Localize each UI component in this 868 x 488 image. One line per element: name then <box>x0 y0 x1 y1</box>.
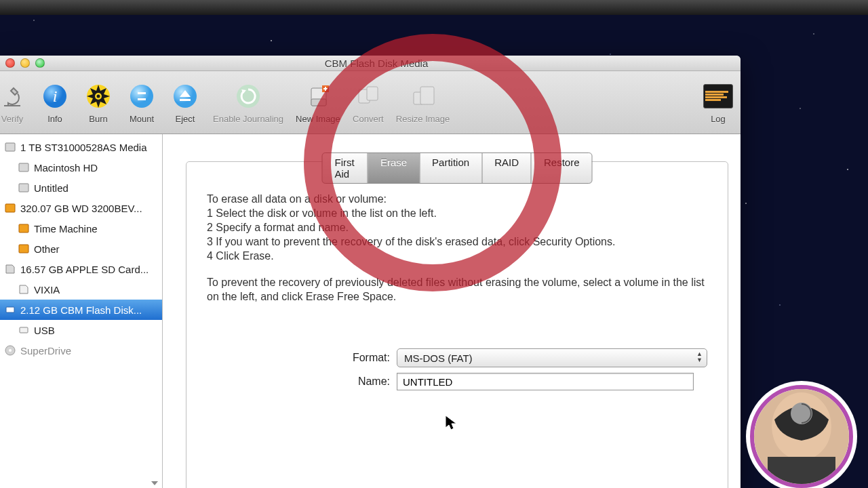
sidebar-item-label: 1 TB ST31000528AS Media <box>20 142 147 153</box>
toolbar-label: Info <box>47 114 62 124</box>
format-row: Format: MS-DOS (FAT) ▲▼ <box>207 348 707 367</box>
format-select[interactable]: MS-DOS (FAT) ▲▼ <box>397 348 707 367</box>
sidebar-item-label: Macintosh HD <box>34 162 98 174</box>
sidebar-volume[interactable]: Other <box>0 239 162 259</box>
window-title: CBM Flash Disk Media <box>45 58 708 69</box>
sidebar-volume[interactable]: VIXIA <box>0 279 162 300</box>
svg-rect-18 <box>5 143 15 151</box>
svg-rect-17 <box>420 87 434 104</box>
convert-icon <box>353 81 383 111</box>
svg-rect-23 <box>19 245 28 253</box>
titlebar[interactable]: CBM Flash Disk Media <box>0 56 741 71</box>
sidebar-item-label: VIXIA <box>34 284 60 296</box>
traffic-lights <box>5 58 45 68</box>
info-icon: i <box>40 81 70 111</box>
minimize-button[interactable] <box>20 58 30 68</box>
sidebar-disk[interactable]: 16.57 GB APPLE SD Card... <box>0 259 162 279</box>
resize-image-button[interactable]: Resize Image <box>396 81 450 124</box>
toolbar-label: New Image <box>296 114 340 124</box>
sidebar-item-label: Other <box>34 243 60 255</box>
toolbar-label: Burn <box>89 114 107 124</box>
sd-card-icon <box>18 283 30 296</box>
menubar <box>0 0 868 15</box>
toolbar-label: Enable Journaling <box>213 114 283 124</box>
convert-button[interactable]: Convert <box>353 81 384 124</box>
sidebar-volume[interactable]: USB <box>0 320 162 340</box>
sidebar-volume[interactable]: Time Machine <box>0 218 162 239</box>
svg-rect-24 <box>6 307 14 312</box>
svg-rect-7 <box>138 98 146 100</box>
sidebar-disk-selected[interactable]: 2.12 GB CBM Flash Disk... <box>0 300 162 320</box>
toolbar: Verify i Info Burn Mount Eject <box>0 71 741 134</box>
instructions-step: 4 Click Erase. <box>207 250 274 262</box>
mount-icon <box>127 81 157 111</box>
instructions-prevent: To prevent the recovery of previously de… <box>207 275 707 304</box>
svg-point-5 <box>130 85 153 108</box>
tab-partition[interactable]: Partition <box>420 153 482 183</box>
hdd-icon <box>4 141 16 153</box>
external-hdd-icon <box>4 202 16 214</box>
toolbar-label: Verify <box>1 114 24 124</box>
new-image-button[interactable]: New Image <box>296 81 340 124</box>
disk-utility-window: CBM Flash Disk Media Verify i Info Burn … <box>0 56 741 488</box>
tab-raid[interactable]: RAID <box>482 153 532 183</box>
resize-icon <box>408 81 438 111</box>
hdd-icon <box>18 161 30 174</box>
sidebar-disk[interactable]: 1 TB ST31000528AS Media <box>0 137 162 157</box>
eject-button[interactable]: Eject <box>170 81 201 124</box>
sidebar-volume[interactable]: Macintosh HD <box>0 157 162 178</box>
log-icon <box>703 81 733 111</box>
sidebar-disk[interactable]: 320.07 GB WD 3200BEV... <box>0 198 162 218</box>
usb-drive-icon <box>4 304 16 316</box>
sidebar-item-label: 320.07 GB WD 3200BEV... <box>20 203 142 214</box>
format-value: MS-DOS (FAT) <box>404 352 473 364</box>
toolbar-label: Convert <box>353 114 384 124</box>
close-button[interactable] <box>5 58 15 68</box>
svg-rect-9 <box>180 99 191 101</box>
name-input[interactable] <box>397 373 694 390</box>
instructions-step: 1 Select the disk or volume in the list … <box>207 207 437 219</box>
sidebar-item-label: 16.57 GB APPLE SD Card... <box>20 264 149 275</box>
svg-point-27 <box>9 349 12 352</box>
journaling-icon <box>233 81 263 111</box>
svg-rect-30 <box>768 457 835 484</box>
name-row: Name: <box>207 373 707 390</box>
external-hdd-icon <box>18 243 30 255</box>
select-arrows-icon: ▲▼ <box>696 351 703 363</box>
name-label: Name: <box>207 375 397 388</box>
erase-panel: First Aid Erase Partition RAID Restore T… <box>186 161 728 488</box>
svg-rect-25 <box>20 327 28 333</box>
sidebar-item-label: Untitled <box>34 182 68 194</box>
usb-drive-icon <box>18 324 30 336</box>
new-image-icon <box>303 81 333 111</box>
zoom-button[interactable] <box>35 58 45 68</box>
format-label: Format: <box>207 352 397 364</box>
sd-card-icon <box>4 263 16 275</box>
tab-erase[interactable]: Erase <box>368 153 420 183</box>
external-hdd-icon <box>18 222 30 235</box>
sidebar-item-label: USB <box>34 325 55 336</box>
svg-rect-12 <box>311 99 326 106</box>
enable-journaling-button[interactable]: Enable Journaling <box>213 81 283 124</box>
svg-rect-6 <box>138 92 146 94</box>
burn-button[interactable]: Burn <box>83 81 114 124</box>
toolbar-label: Resize Image <box>396 114 450 124</box>
svg-point-4 <box>97 94 100 98</box>
tab-first-aid[interactable]: First Aid <box>323 153 368 183</box>
sidebar-resize-handle[interactable] <box>151 481 158 485</box>
svg-text:i: i <box>53 87 58 105</box>
sidebar-superdrive[interactable]: SuperDrive <box>0 340 162 361</box>
sidebar-item-label: SuperDrive <box>20 345 71 357</box>
content-area: First Aid Erase Partition RAID Restore T… <box>163 134 741 488</box>
verify-button[interactable]: Verify <box>0 81 27 124</box>
disk-sidebar[interactable]: 1 TB ST31000528AS Media Macintosh HD Unt… <box>0 134 163 488</box>
info-button[interactable]: i Info <box>39 81 71 124</box>
sidebar-volume[interactable]: Untitled <box>0 178 162 198</box>
log-button[interactable]: Log <box>703 81 734 124</box>
burn-icon <box>83 81 113 111</box>
instructions-step: 2 Specify a format and name. <box>207 222 349 233</box>
microscope-icon <box>0 81 27 111</box>
sidebar-item-label: Time Machine <box>34 223 98 235</box>
mount-button[interactable]: Mount <box>126 81 157 124</box>
tab-restore[interactable]: Restore <box>532 153 592 183</box>
